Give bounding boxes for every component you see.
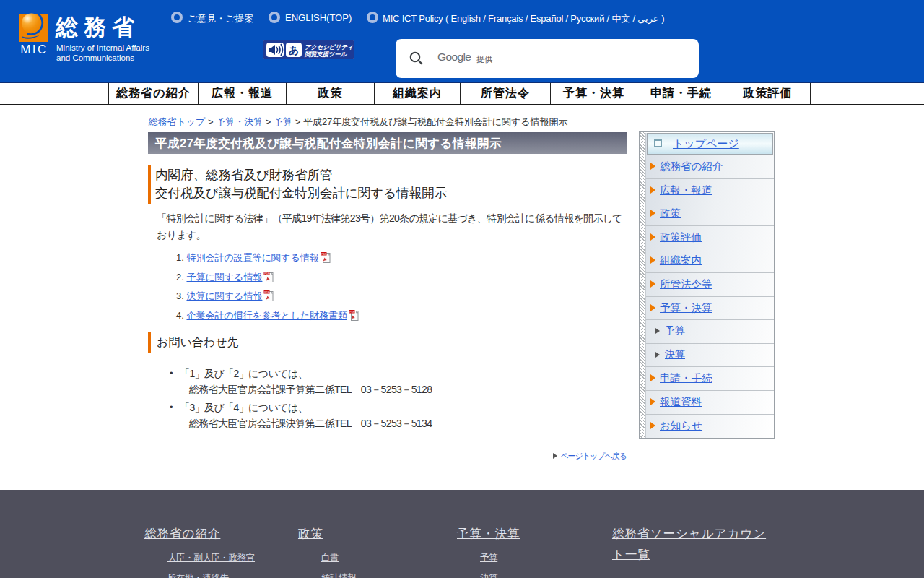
- svg-text:PDF: PDF: [265, 291, 271, 294]
- svg-text:PDF: PDF: [265, 272, 271, 275]
- svg-text:PDF: PDF: [321, 253, 327, 256]
- svg-text:PDF: PDF: [349, 310, 355, 313]
